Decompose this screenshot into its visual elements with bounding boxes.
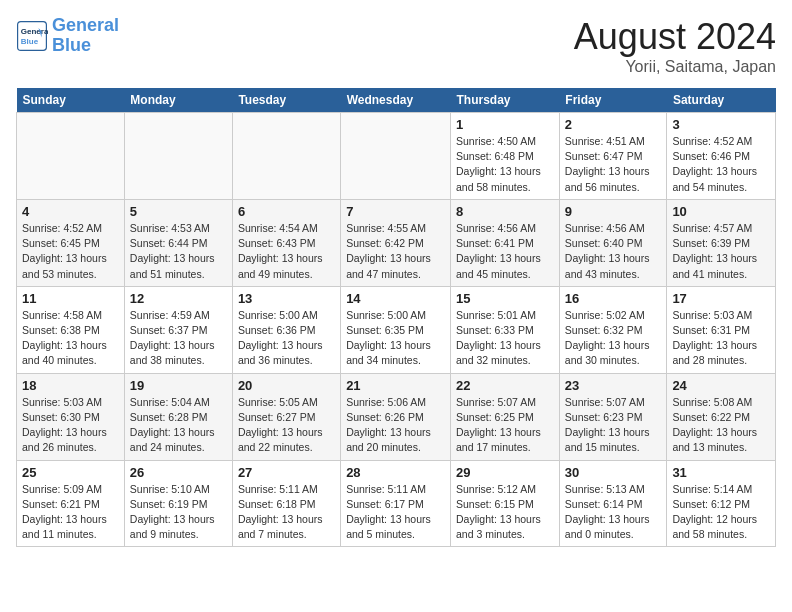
- week-row-3: 11Sunrise: 4:58 AM Sunset: 6:38 PM Dayli…: [17, 286, 776, 373]
- calendar-cell: 13Sunrise: 5:00 AM Sunset: 6:36 PM Dayli…: [232, 286, 340, 373]
- calendar-cell: 15Sunrise: 5:01 AM Sunset: 6:33 PM Dayli…: [451, 286, 560, 373]
- calendar-cell: 6Sunrise: 4:54 AM Sunset: 6:43 PM Daylig…: [232, 199, 340, 286]
- day-detail: Sunrise: 4:52 AM Sunset: 6:45 PM Dayligh…: [22, 221, 119, 282]
- day-number: 26: [130, 465, 227, 480]
- weekday-header-friday: Friday: [559, 88, 667, 113]
- month-title: August 2024: [574, 16, 776, 58]
- svg-text:General: General: [21, 27, 48, 36]
- calendar-cell: [232, 113, 340, 200]
- calendar-cell: 27Sunrise: 5:11 AM Sunset: 6:18 PM Dayli…: [232, 460, 340, 547]
- calendar-cell: 9Sunrise: 4:56 AM Sunset: 6:40 PM Daylig…: [559, 199, 667, 286]
- day-number: 5: [130, 204, 227, 219]
- calendar-cell: 29Sunrise: 5:12 AM Sunset: 6:15 PM Dayli…: [451, 460, 560, 547]
- calendar-cell: 14Sunrise: 5:00 AM Sunset: 6:35 PM Dayli…: [341, 286, 451, 373]
- calendar-cell: 21Sunrise: 5:06 AM Sunset: 6:26 PM Dayli…: [341, 373, 451, 460]
- calendar-cell: 25Sunrise: 5:09 AM Sunset: 6:21 PM Dayli…: [17, 460, 125, 547]
- calendar-cell: 24Sunrise: 5:08 AM Sunset: 6:22 PM Dayli…: [667, 373, 776, 460]
- day-number: 16: [565, 291, 662, 306]
- day-number: 18: [22, 378, 119, 393]
- calendar-cell: 22Sunrise: 5:07 AM Sunset: 6:25 PM Dayli…: [451, 373, 560, 460]
- day-number: 14: [346, 291, 445, 306]
- week-row-5: 25Sunrise: 5:09 AM Sunset: 6:21 PM Dayli…: [17, 460, 776, 547]
- calendar-table: SundayMondayTuesdayWednesdayThursdayFrid…: [16, 88, 776, 547]
- weekday-header-row: SundayMondayTuesdayWednesdayThursdayFrid…: [17, 88, 776, 113]
- day-number: 2: [565, 117, 662, 132]
- calendar-cell: 3Sunrise: 4:52 AM Sunset: 6:46 PM Daylig…: [667, 113, 776, 200]
- weekday-header-sunday: Sunday: [17, 88, 125, 113]
- day-detail: Sunrise: 5:06 AM Sunset: 6:26 PM Dayligh…: [346, 395, 445, 456]
- day-detail: Sunrise: 5:00 AM Sunset: 6:35 PM Dayligh…: [346, 308, 445, 369]
- day-detail: Sunrise: 5:03 AM Sunset: 6:30 PM Dayligh…: [22, 395, 119, 456]
- weekday-header-wednesday: Wednesday: [341, 88, 451, 113]
- calendar-cell: 31Sunrise: 5:14 AM Sunset: 6:12 PM Dayli…: [667, 460, 776, 547]
- calendar-cell: 30Sunrise: 5:13 AM Sunset: 6:14 PM Dayli…: [559, 460, 667, 547]
- day-detail: Sunrise: 5:07 AM Sunset: 6:23 PM Dayligh…: [565, 395, 662, 456]
- title-block: August 2024 Yorii, Saitama, Japan: [574, 16, 776, 76]
- day-detail: Sunrise: 5:04 AM Sunset: 6:28 PM Dayligh…: [130, 395, 227, 456]
- day-number: 20: [238, 378, 335, 393]
- week-row-4: 18Sunrise: 5:03 AM Sunset: 6:30 PM Dayli…: [17, 373, 776, 460]
- day-detail: Sunrise: 5:11 AM Sunset: 6:18 PM Dayligh…: [238, 482, 335, 543]
- calendar-cell: 20Sunrise: 5:05 AM Sunset: 6:27 PM Dayli…: [232, 373, 340, 460]
- day-detail: Sunrise: 4:54 AM Sunset: 6:43 PM Dayligh…: [238, 221, 335, 282]
- day-detail: Sunrise: 5:05 AM Sunset: 6:27 PM Dayligh…: [238, 395, 335, 456]
- day-detail: Sunrise: 5:08 AM Sunset: 6:22 PM Dayligh…: [672, 395, 770, 456]
- calendar-cell: 2Sunrise: 4:51 AM Sunset: 6:47 PM Daylig…: [559, 113, 667, 200]
- calendar-cell: 26Sunrise: 5:10 AM Sunset: 6:19 PM Dayli…: [124, 460, 232, 547]
- calendar-cell: 11Sunrise: 4:58 AM Sunset: 6:38 PM Dayli…: [17, 286, 125, 373]
- calendar-cell: 4Sunrise: 4:52 AM Sunset: 6:45 PM Daylig…: [17, 199, 125, 286]
- day-detail: Sunrise: 5:09 AM Sunset: 6:21 PM Dayligh…: [22, 482, 119, 543]
- logo: General Blue General Blue: [16, 16, 119, 56]
- calendar-cell: 12Sunrise: 4:59 AM Sunset: 6:37 PM Dayli…: [124, 286, 232, 373]
- day-number: 19: [130, 378, 227, 393]
- day-number: 9: [565, 204, 662, 219]
- weekday-header-thursday: Thursday: [451, 88, 560, 113]
- calendar-cell: 16Sunrise: 5:02 AM Sunset: 6:32 PM Dayli…: [559, 286, 667, 373]
- calendar-cell: [17, 113, 125, 200]
- day-number: 22: [456, 378, 554, 393]
- day-detail: Sunrise: 5:02 AM Sunset: 6:32 PM Dayligh…: [565, 308, 662, 369]
- calendar-cell: 28Sunrise: 5:11 AM Sunset: 6:17 PM Dayli…: [341, 460, 451, 547]
- day-number: 4: [22, 204, 119, 219]
- day-number: 10: [672, 204, 770, 219]
- logo-text: General: [52, 16, 119, 36]
- day-detail: Sunrise: 4:55 AM Sunset: 6:42 PM Dayligh…: [346, 221, 445, 282]
- calendar-cell: 17Sunrise: 5:03 AM Sunset: 6:31 PM Dayli…: [667, 286, 776, 373]
- weekday-header-monday: Monday: [124, 88, 232, 113]
- day-detail: Sunrise: 5:03 AM Sunset: 6:31 PM Dayligh…: [672, 308, 770, 369]
- day-detail: Sunrise: 4:56 AM Sunset: 6:40 PM Dayligh…: [565, 221, 662, 282]
- calendar-cell: 19Sunrise: 5:04 AM Sunset: 6:28 PM Dayli…: [124, 373, 232, 460]
- day-detail: Sunrise: 4:51 AM Sunset: 6:47 PM Dayligh…: [565, 134, 662, 195]
- calendar-cell: 23Sunrise: 5:07 AM Sunset: 6:23 PM Dayli…: [559, 373, 667, 460]
- calendar-cell: [341, 113, 451, 200]
- logo-icon: General Blue: [16, 20, 48, 52]
- day-detail: Sunrise: 5:00 AM Sunset: 6:36 PM Dayligh…: [238, 308, 335, 369]
- day-number: 28: [346, 465, 445, 480]
- calendar-cell: 7Sunrise: 4:55 AM Sunset: 6:42 PM Daylig…: [341, 199, 451, 286]
- day-detail: Sunrise: 4:52 AM Sunset: 6:46 PM Dayligh…: [672, 134, 770, 195]
- day-detail: Sunrise: 5:11 AM Sunset: 6:17 PM Dayligh…: [346, 482, 445, 543]
- day-number: 1: [456, 117, 554, 132]
- day-detail: Sunrise: 5:01 AM Sunset: 6:33 PM Dayligh…: [456, 308, 554, 369]
- calendar-cell: 1Sunrise: 4:50 AM Sunset: 6:48 PM Daylig…: [451, 113, 560, 200]
- day-number: 3: [672, 117, 770, 132]
- day-number: 17: [672, 291, 770, 306]
- day-number: 24: [672, 378, 770, 393]
- day-number: 7: [346, 204, 445, 219]
- day-detail: Sunrise: 5:07 AM Sunset: 6:25 PM Dayligh…: [456, 395, 554, 456]
- calendar-cell: 8Sunrise: 4:56 AM Sunset: 6:41 PM Daylig…: [451, 199, 560, 286]
- day-detail: Sunrise: 4:57 AM Sunset: 6:39 PM Dayligh…: [672, 221, 770, 282]
- day-number: 30: [565, 465, 662, 480]
- location-title: Yorii, Saitama, Japan: [574, 58, 776, 76]
- day-number: 12: [130, 291, 227, 306]
- page-header: General Blue General Blue August 2024 Yo…: [16, 16, 776, 76]
- day-detail: Sunrise: 5:12 AM Sunset: 6:15 PM Dayligh…: [456, 482, 554, 543]
- day-number: 31: [672, 465, 770, 480]
- day-detail: Sunrise: 5:10 AM Sunset: 6:19 PM Dayligh…: [130, 482, 227, 543]
- day-number: 21: [346, 378, 445, 393]
- day-detail: Sunrise: 5:14 AM Sunset: 6:12 PM Dayligh…: [672, 482, 770, 543]
- calendar-cell: [124, 113, 232, 200]
- day-detail: Sunrise: 4:50 AM Sunset: 6:48 PM Dayligh…: [456, 134, 554, 195]
- day-detail: Sunrise: 4:59 AM Sunset: 6:37 PM Dayligh…: [130, 308, 227, 369]
- calendar-cell: 10Sunrise: 4:57 AM Sunset: 6:39 PM Dayli…: [667, 199, 776, 286]
